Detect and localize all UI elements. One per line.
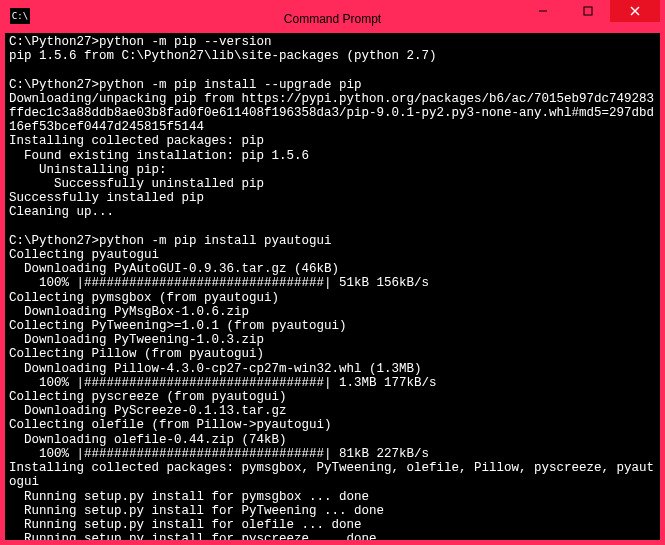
minimize-icon [538, 6, 548, 16]
window: C:\ Command Prompt C:\Python27>python -m… [0, 0, 665, 545]
maximize-button[interactable] [565, 0, 610, 22]
system-icon-label: C:\ [12, 11, 28, 21]
window-title: Command Prompt [284, 12, 381, 26]
terminal-text: C:\Python27>python -m pip --version pip … [9, 35, 654, 540]
window-controls [520, 0, 660, 22]
minimize-button[interactable] [520, 0, 565, 22]
close-button[interactable] [610, 0, 660, 22]
close-icon [629, 5, 641, 17]
maximize-icon [583, 6, 593, 16]
svg-rect-1 [584, 7, 592, 15]
system-menu-icon[interactable]: C:\ [10, 8, 30, 24]
titlebar[interactable]: C:\ Command Prompt [5, 5, 660, 33]
terminal-output[interactable]: C:\Python27>python -m pip --version pip … [5, 33, 660, 540]
